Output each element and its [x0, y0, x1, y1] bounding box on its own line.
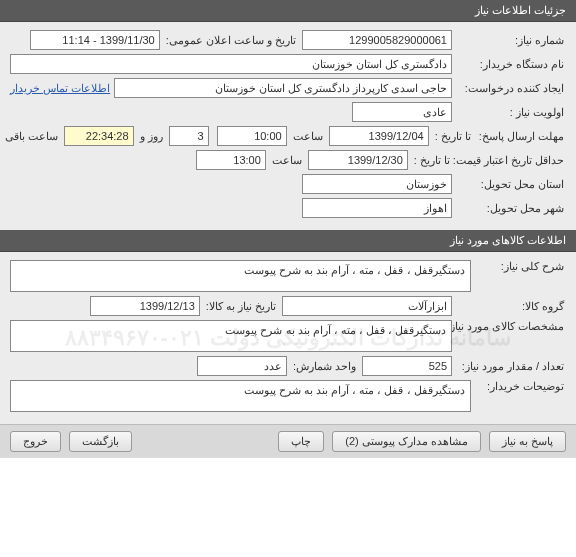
min-valid-time-field[interactable] — [196, 150, 266, 170]
exit-button[interactable]: خروج — [10, 431, 61, 452]
action-bar: پاسخ به نیاز مشاهده مدارک پیوستی (2) چاپ… — [0, 424, 576, 458]
qty-field[interactable] — [362, 356, 452, 376]
reply-button[interactable]: پاسخ به نیاز — [489, 431, 566, 452]
goods-group-field[interactable] — [282, 296, 452, 316]
back-button[interactable]: بازگشت — [69, 431, 132, 452]
buyer-org-field[interactable] — [10, 54, 452, 74]
label-time-left: ساعت باقی مانده — [0, 130, 60, 143]
creator-field[interactable] — [114, 78, 452, 98]
clock-left-field[interactable] — [64, 126, 134, 146]
label-goods-spec: مشخصات کالای مورد نیاز: — [456, 320, 566, 333]
goods-info-header: اطلاعات کالاهای مورد نیاز — [0, 230, 576, 252]
days-left-field[interactable] — [169, 126, 209, 146]
priority-field[interactable] — [352, 102, 452, 122]
need-number-field[interactable] — [302, 30, 452, 50]
goods-info-body: سامانه تدارکات الکترونیکی دولت ۰۲۱-۸۸۳۴۹… — [0, 252, 576, 424]
print-button[interactable]: چاپ — [278, 431, 324, 452]
need-by-date-field[interactable] — [90, 296, 200, 316]
label-min-valid: حداقل تاریخ اعتبار قیمت: — [456, 154, 566, 167]
label-buyer-notes: توضیحات خریدار: — [475, 380, 566, 393]
label-goods-group: گروه کالا: — [456, 300, 566, 313]
label-creator: ایجاد کننده درخواست: — [456, 82, 566, 95]
contact-link[interactable]: اطلاعات تماس خریدار — [10, 82, 110, 95]
label-until-date-2: تا تاریخ : — [412, 154, 452, 167]
label-time-2: ساعت — [270, 154, 304, 167]
label-province: استان محل تحویل: — [456, 178, 566, 191]
label-unit: واحد شمارش: — [291, 360, 358, 373]
goods-spec-field[interactable] — [10, 320, 452, 352]
label-need-number: شماره نیاز: — [456, 34, 566, 47]
label-buyer-org: نام دستگاه خریدار: — [456, 58, 566, 71]
label-city: شهر محل تحویل: — [456, 202, 566, 215]
need-info-title: جزئیات اطلاعات نیاز — [475, 4, 566, 16]
label-days-and: روز و — [138, 130, 165, 143]
unit-field[interactable] — [197, 356, 287, 376]
need-info-header: جزئیات اطلاعات نیاز — [0, 0, 576, 22]
deadline-time-field[interactable] — [217, 126, 287, 146]
label-qty: تعداد / مقدار مورد نیاز: — [456, 360, 566, 373]
buyer-notes-field[interactable] — [10, 380, 471, 412]
label-priority: اولویت نیاز : — [456, 106, 566, 119]
need-info-body: شماره نیاز: تاریخ و ساعت اعلان عمومی: نا… — [0, 22, 576, 230]
label-until-date-1: تا تاریخ : — [433, 130, 473, 143]
label-time-1: ساعت — [291, 130, 325, 143]
min-valid-date-field[interactable] — [308, 150, 408, 170]
province-field[interactable] — [302, 174, 452, 194]
attachments-button[interactable]: مشاهده مدارک پیوستی (2) — [332, 431, 481, 452]
label-public-ann: تاریخ و ساعت اعلان عمومی: — [164, 34, 298, 47]
label-need-by-date: تاریخ نیاز به کالا: — [204, 300, 278, 313]
public-ann-date-field[interactable] — [30, 30, 160, 50]
city-field[interactable] — [302, 198, 452, 218]
deadline-date-field[interactable] — [329, 126, 429, 146]
label-need-desc: شرح کلی نیاز: — [475, 260, 566, 273]
goods-info-title: اطلاعات کالاهای مورد نیاز — [450, 234, 566, 246]
label-deadline: مهلت ارسال پاسخ: — [477, 130, 566, 143]
need-desc-field[interactable] — [10, 260, 471, 292]
